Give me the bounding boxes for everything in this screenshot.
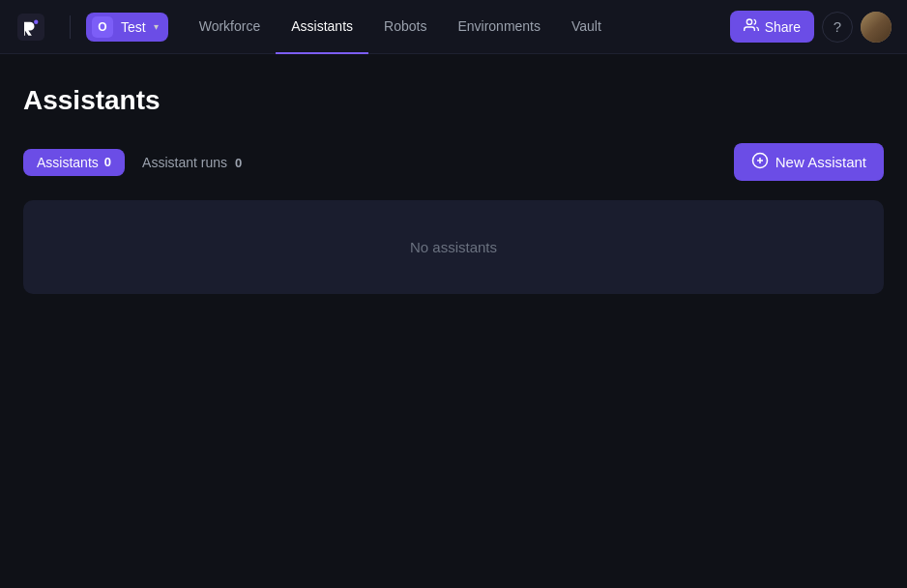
workspace-name: Test [121, 19, 146, 35]
help-button[interactable]: ? [822, 12, 853, 43]
nav-divider [70, 15, 71, 39]
plus-circle-icon [751, 152, 769, 172]
tabs-bar: Assistants 0 Assistant runs 0 New Assist… [23, 143, 884, 181]
chevron-down-icon: ▾ [154, 21, 159, 32]
nav-link-assistants[interactable]: Assistants [276, 0, 368, 54]
navbar: O Test ▾ Workforce Assistants Robots Env… [0, 0, 907, 54]
avatar-image [861, 12, 892, 43]
empty-state: No assistants [23, 200, 884, 294]
share-icon [744, 17, 759, 36]
nav-link-vault[interactable]: Vault [556, 0, 617, 54]
new-assistant-label: New Assistant [775, 154, 866, 170]
tab-runs-label: Assistant runs [142, 155, 227, 170]
app-logo [15, 12, 46, 43]
main-content: Assistants Assistants 0 Assistant runs 0 [0, 54, 907, 325]
svg-point-2 [746, 19, 751, 24]
tab-assistants-count: 0 [104, 155, 111, 169]
tab-assistants[interactable]: Assistants 0 [23, 149, 125, 176]
tabs-left: Assistants 0 Assistant runs 0 [23, 149, 255, 176]
empty-state-message: No assistants [410, 239, 497, 255]
avatar[interactable] [861, 12, 892, 43]
workspace-initial: O [92, 16, 113, 38]
nav-link-robots[interactable]: Robots [368, 0, 442, 54]
share-button[interactable]: Share [730, 11, 814, 43]
new-assistant-button[interactable]: New Assistant [734, 143, 884, 181]
tab-assistants-label: Assistants [37, 155, 99, 170]
nav-link-workforce[interactable]: Workforce [184, 0, 277, 54]
nav-links: Workforce Assistants Robots Environments… [184, 0, 722, 54]
svg-point-1 [34, 19, 38, 23]
share-label: Share [765, 19, 801, 35]
nav-link-environments[interactable]: Environments [442, 0, 556, 54]
page-title: Assistants [23, 85, 884, 116]
tab-assistant-runs[interactable]: Assistant runs 0 [129, 149, 255, 176]
help-icon: ? [834, 18, 841, 35]
navbar-right: Share ? [730, 11, 892, 43]
workspace-selector[interactable]: O Test ▾ [86, 13, 168, 42]
tab-runs-count: 0 [235, 156, 242, 170]
